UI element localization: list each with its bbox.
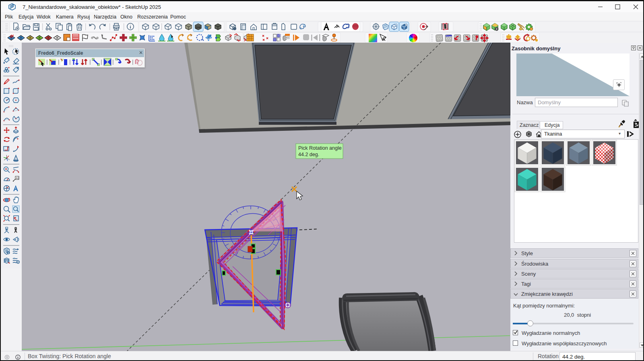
svg-text:44.2 deg.: 44.2 deg. bbox=[298, 152, 319, 157]
svg-text:Pick Rotation angle: Pick Rotation angle bbox=[298, 145, 342, 151]
svg-text:A1: A1 bbox=[16, 177, 19, 179]
